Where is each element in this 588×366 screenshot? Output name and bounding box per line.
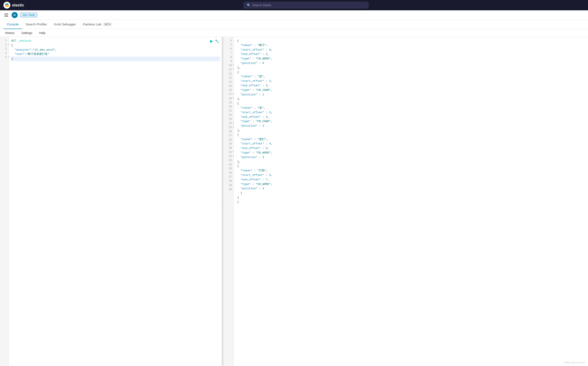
search-icon: 🔍 [247, 3, 250, 7]
oln-40: 40 [226, 188, 232, 192]
oln-21: 21 [226, 109, 232, 113]
editor-line-3: "analyzer": "ik_max_word", [11, 48, 220, 52]
elastic-wordmark: elastic [12, 3, 24, 8]
out-line-10: }, [237, 66, 586, 70]
out-line-11: { [237, 70, 586, 75]
submenu-settings[interactable]: Settings [20, 30, 34, 36]
main-content: 1 2 3 4 5 ▶ 🔧 GET _analyze { [0, 37, 588, 366]
oln-13: 13 [226, 76, 232, 80]
svg-point-3 [5, 5, 9, 7]
hamburger-button[interactable] [3, 13, 9, 17]
oln-7: 7 [226, 51, 232, 55]
dev-tools-badge[interactable]: Dev Tools [20, 13, 37, 17]
tab-painless-lab[interactable]: Painless Lab BETA [79, 20, 116, 29]
out-line-40: } [237, 200, 586, 205]
oln-23: 23 [226, 117, 232, 122]
out-line-27: "start_offset" : 4, [237, 142, 586, 146]
out-line-22: "type" : "CN_CHAR", [237, 119, 586, 124]
out-line-4: { [237, 39, 586, 43]
output-line-numbers: 4 5 6 7 8 9 10 11 12 13 14 15 16 17 18 1… [223, 37, 234, 366]
editor-key-text: "text" [15, 52, 25, 57]
oln-20: 20 [226, 105, 232, 109]
out-line-39: ] [237, 196, 586, 200]
oln-16: 16 [226, 88, 232, 92]
out-line-31: }, [237, 160, 586, 164]
tab-console-label: Console [7, 22, 19, 26]
out-line-12: "token" : "菜", [237, 75, 586, 79]
tab-painless-lab-label: Painless Lab [83, 22, 101, 26]
out-line-16: "position" : 1 [237, 92, 586, 97]
out-line-35: "end_offset" : 7, [237, 178, 586, 182]
tab-console[interactable]: Console [3, 20, 22, 29]
oln-27: 27 [226, 134, 232, 138]
elastic-logo-container: elastic [3, 2, 24, 9]
oln-18: 18 [226, 97, 232, 101]
oln-33: 33 [226, 159, 232, 163]
out-line-24: }, [237, 128, 586, 133]
out-line-15: "type" : "CN_CHAR", [237, 88, 586, 92]
editor-val-analyzer: "ik_max_word" [33, 48, 55, 52]
oln-31: 31 [226, 150, 232, 154]
editor-code-content[interactable]: ▶ 🔧 GET _analyze { "analyzer": "ik_max_w… [9, 37, 222, 366]
out-line-17: }, [237, 97, 586, 101]
watermark: @稀土掘金技术社区 [564, 361, 585, 364]
oln-6: 6 [226, 47, 232, 51]
oln-29: 29 [226, 142, 232, 146]
submenu-history[interactable]: History [3, 30, 16, 36]
oln-4: 4 [226, 39, 232, 43]
tab-grok-debugger[interactable]: Grok Debugger [50, 20, 79, 29]
oln-17: 17 [226, 92, 232, 96]
editor-val-text: "蝌子菜菜爱打怪" [26, 52, 49, 57]
oln-28: 28 [226, 138, 232, 142]
ln-3: 3 [3, 47, 7, 51]
out-line-34: "start_offset" : 5, [237, 173, 586, 178]
oln-30: 30 [226, 146, 232, 150]
out-line-25: { [237, 133, 586, 137]
editor-brace-open: { [11, 43, 13, 48]
avatar: D [12, 12, 18, 18]
out-line-9: "position" : 0 [237, 61, 586, 66]
navbar: elastic 🔍 Search Elastic [0, 0, 588, 10]
oln-9: 9 [226, 59, 232, 63]
search-bar-container: 🔍 Search Elastic [28, 2, 585, 8]
out-line-33: "token" : "打怪", [237, 168, 586, 173]
out-line-38: } [237, 191, 586, 196]
out-line-5: "token" : "蝌子", [237, 43, 586, 48]
out-line-23: "position" : 2 [237, 124, 586, 128]
oln-14: 14 [226, 80, 232, 84]
out-line-28: "end_offset" : 6, [237, 146, 586, 151]
oln-35: 35 [226, 167, 232, 171]
submenu-bar: History Settings Help [0, 29, 588, 37]
out-line-13: "start_offset" : 2, [237, 79, 586, 84]
editor-brace-close: } [11, 57, 13, 61]
oln-5: 5 [226, 43, 232, 47]
out-line-29: "type" : "CN_WORD", [237, 151, 586, 155]
resize-handle[interactable]: ⋮ [222, 37, 223, 366]
oln-15: 15 [226, 84, 232, 88]
oln-12: 12 [226, 72, 232, 76]
oln-22: 22 [226, 113, 232, 117]
out-line-7: "end_offset" : 2, [237, 52, 586, 57]
out-line-6: "start_offset" : 0, [237, 48, 586, 52]
oln-39: 39 [226, 183, 232, 188]
code-editor[interactable]: 1 2 3 4 5 ▶ 🔧 GET _analyze { [0, 37, 222, 366]
tab-search-profiler-label: Search Profiler [26, 22, 47, 26]
oln-38: 38 [226, 179, 232, 183]
out-line-32: { [237, 164, 586, 168]
out-line-30: "position" : 3 [237, 155, 586, 160]
oln-34: 34 [226, 163, 232, 167]
oln-11: 11 [226, 68, 232, 72]
search-bar[interactable]: 🔍 Search Elastic [244, 2, 369, 8]
out-line-19: "token" : "菜", [237, 106, 586, 110]
editor-line-4: "text": "蝌子菜菜爱打怪" [11, 52, 220, 57]
out-line-8: "type" : "CN_WORD", [237, 57, 586, 61]
tab-search-profiler[interactable]: Search Profiler [22, 20, 50, 29]
output-content: { "token" : "蝌子", "start_offset" : 0, "e… [234, 37, 588, 366]
out-line-18: { [237, 101, 586, 106]
tabs-bar: Console Search Profiler Grok Debugger Pa… [0, 20, 588, 29]
editor-line-5: } [11, 57, 220, 61]
ln-1: 1 [3, 39, 7, 43]
oln-26: 26 [226, 130, 232, 134]
submenu-help[interactable]: Help [38, 30, 47, 36]
out-line-21: "end_offset" : 4, [237, 115, 586, 120]
